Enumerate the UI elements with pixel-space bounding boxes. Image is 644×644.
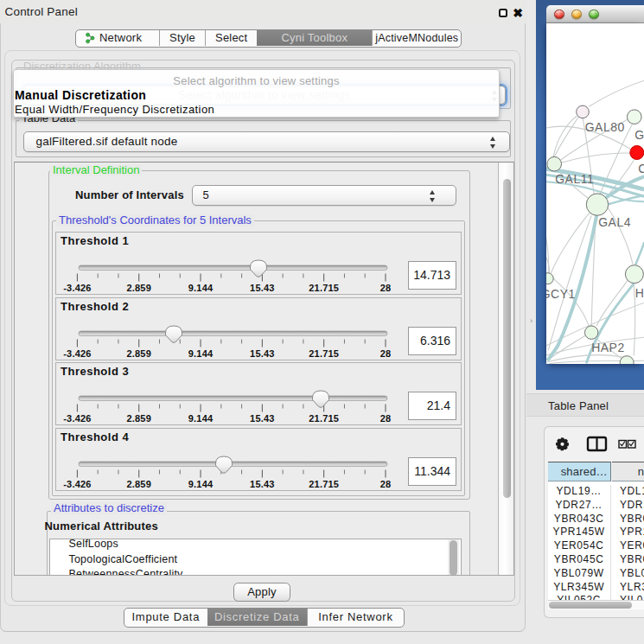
svg-text:28: 28 [380, 283, 392, 293]
svg-text:9.144: 9.144 [188, 283, 214, 293]
svg-text:21.715: 21.715 [309, 283, 339, 293]
svg-text:15.43: 15.43 [250, 283, 275, 293]
svg-text:15.43: 15.43 [250, 348, 275, 359]
svg-text:GAL80: GAL80 [584, 120, 624, 134]
svg-text:-3.426: -3.426 [63, 348, 91, 359]
svg-text:G.: G. [634, 128, 644, 142]
svg-text:2.859: 2.859 [126, 413, 151, 424]
svg-text:15.43: 15.43 [250, 479, 275, 489]
svg-text:-3.426: -3.426 [63, 479, 91, 489]
svg-text:GAL4: GAL4 [598, 214, 631, 228]
svg-text:H: H [634, 286, 643, 300]
svg-text:2.859: 2.859 [126, 283, 151, 293]
svg-text:28: 28 [380, 348, 392, 359]
svg-text:21.715: 21.715 [309, 413, 339, 424]
svg-text:21.715: 21.715 [309, 348, 339, 359]
svg-text:28: 28 [380, 479, 392, 489]
svg-text:15.43: 15.43 [250, 413, 275, 424]
svg-text:HAP2: HAP2 [591, 341, 625, 354]
svg-text:GAL11: GAL11 [555, 171, 594, 185]
svg-text:2.859: 2.859 [126, 479, 151, 489]
svg-text:21.715: 21.715 [309, 479, 339, 489]
svg-text:9.144: 9.144 [188, 348, 214, 359]
svg-text:2.859: 2.859 [126, 348, 151, 359]
svg-text:GCY1: GCY1 [546, 287, 576, 301]
svg-text:-3.426: -3.426 [63, 413, 91, 424]
svg-text:9.144: 9.144 [188, 413, 214, 424]
svg-text:C: C [638, 162, 644, 175]
svg-text:9.144: 9.144 [188, 479, 214, 489]
svg-text:28: 28 [380, 413, 392, 424]
svg-text:-3.426: -3.426 [63, 283, 91, 293]
